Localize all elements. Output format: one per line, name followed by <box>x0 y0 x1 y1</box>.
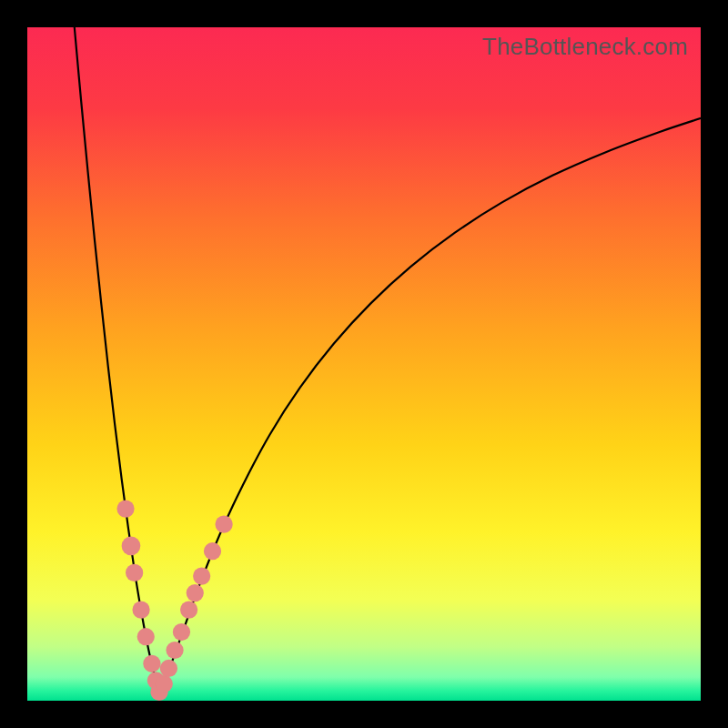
data-marker <box>187 584 204 602</box>
curve-layer <box>27 27 701 701</box>
curve-left-branch <box>75 27 159 693</box>
data-marker <box>166 642 183 659</box>
data-marker <box>116 500 134 517</box>
data-marker <box>156 675 173 693</box>
data-marker <box>193 567 210 584</box>
data-marker <box>143 655 160 672</box>
plot-area: TheBottleneck.com <box>27 27 701 701</box>
chart-frame: TheBottleneck.com <box>0 0 728 728</box>
data-marker <box>180 601 197 618</box>
data-marker <box>160 660 177 677</box>
data-markers <box>116 500 232 701</box>
data-marker <box>126 564 143 581</box>
data-marker <box>122 536 141 555</box>
data-marker <box>132 601 149 618</box>
data-marker <box>215 516 232 533</box>
data-marker <box>173 623 190 641</box>
data-marker <box>204 542 221 560</box>
watermark-text: TheBottleneck.com <box>482 33 688 61</box>
data-marker <box>137 628 155 645</box>
curve-right-branch <box>159 118 701 693</box>
